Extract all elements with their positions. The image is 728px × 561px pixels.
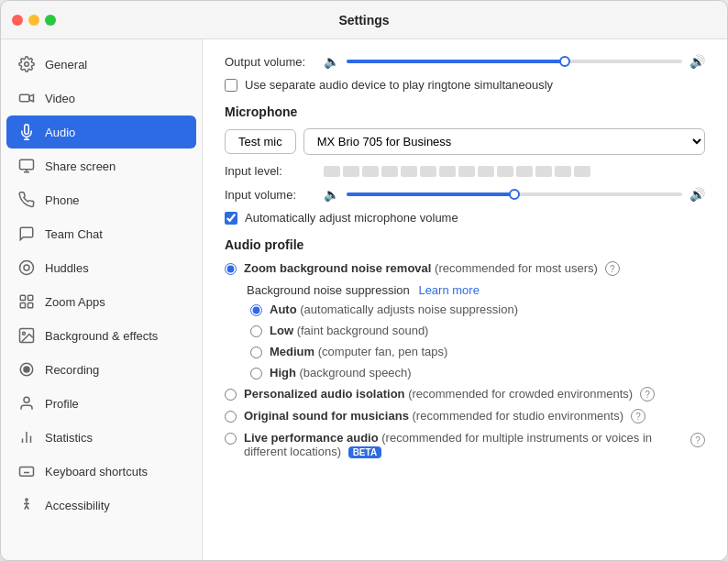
settings-window: Settings General Video: [0, 0, 728, 561]
level-bar-4: [381, 166, 398, 177]
maximize-button[interactable]: [45, 15, 56, 26]
zoom-apps-icon: [17, 292, 36, 311]
sidebar-item-accessibility[interactable]: Accessibility: [6, 489, 196, 522]
audio-settings-panel: Output volume: 🔈 🔊 Use separate audio de…: [203, 39, 727, 560]
level-bar-2: [343, 166, 359, 177]
low-desc: (faint background sound): [297, 324, 429, 337]
output-volume-thumb[interactable]: [559, 56, 570, 67]
sidebar-accessibility-label: Accessibility: [45, 499, 110, 512]
personalized-help-icon[interactable]: ?: [640, 387, 655, 402]
separate-audio-row: Use separate audio device to play ringto…: [225, 78, 705, 92]
svg-rect-13: [28, 303, 33, 308]
svg-rect-5: [20, 160, 34, 170]
separate-audio-checkbox[interactable]: [225, 79, 237, 92]
svg-rect-1: [20, 94, 30, 102]
recording-icon: [17, 360, 36, 379]
sidebar-recording-label: Recording: [45, 363, 99, 377]
noise-removal-help-icon[interactable]: ?: [605, 261, 620, 276]
suppression-radios: Auto (automatically adjusts noise suppre…: [250, 302, 705, 380]
keyboard-shortcuts-icon: [17, 462, 36, 480]
main-content: General Video Audio: [1, 39, 727, 560]
level-bar-3: [362, 166, 379, 177]
sidebar-item-profile[interactable]: Profile: [6, 387, 196, 420]
high-desc: (background speech): [300, 366, 412, 380]
sidebar-item-statistics[interactable]: Statistics: [6, 421, 196, 454]
high-bold-label: High: [270, 366, 296, 380]
suppression-high-radio[interactable]: [250, 368, 262, 380]
input-volume-thumb[interactable]: [509, 189, 520, 200]
low-bold-label: Low: [270, 324, 293, 337]
sidebar: General Video Audio: [1, 39, 203, 560]
sidebar-item-keyboard-shortcuts[interactable]: Keyboard shortcuts: [6, 455, 196, 488]
live-perf-option: Live performance audio (recommended for …: [225, 431, 705, 458]
svg-rect-22: [20, 468, 34, 477]
original-sound-help-icon[interactable]: ?: [631, 409, 645, 424]
svg-point-8: [20, 261, 34, 275]
microphone-row: Test mic MX Brio 705 for Business Defaul…: [225, 128, 705, 155]
svg-point-17: [24, 367, 29, 372]
suppression-auto-label: Auto (automatically adjusts noise suppre…: [270, 302, 518, 316]
sidebar-item-background-effects[interactable]: Background & effects: [6, 319, 196, 352]
close-button[interactable]: [12, 15, 23, 26]
minimize-button[interactable]: [28, 15, 39, 26]
input-volume-track[interactable]: [347, 192, 682, 196]
suppression-auto-option: Auto (automatically adjusts noise suppre…: [250, 302, 705, 316]
original-sound-desc: (recommended for studio environments): [413, 409, 624, 423]
video-icon: [17, 89, 36, 107]
input-volume-fill: [347, 192, 514, 196]
auto-adjust-checkbox[interactable]: [225, 212, 237, 225]
sidebar-item-general[interactable]: General: [6, 48, 196, 81]
learn-more-link[interactable]: Learn more: [418, 283, 479, 297]
suppression-auto-radio[interactable]: [250, 304, 262, 316]
input-level-row: Input level:: [225, 164, 705, 178]
svg-rect-12: [20, 303, 25, 308]
sidebar-item-video[interactable]: Video: [6, 82, 196, 115]
output-volume-track[interactable]: [347, 60, 682, 63]
auto-bold-label: Auto: [270, 302, 297, 316]
level-bar-9: [478, 166, 494, 177]
original-sound-option: Original sound for musicians (recommende…: [225, 409, 705, 424]
team-chat-icon: [17, 225, 36, 243]
audio-profile-title: Audio profile: [225, 237, 705, 252]
sidebar-item-zoom-apps[interactable]: Zoom Apps: [6, 285, 196, 318]
separate-audio-label: Use separate audio device to play ringto…: [245, 78, 553, 92]
suppression-high-label: High (background speech): [270, 366, 412, 380]
original-sound-label: Original sound for musicians (recommende…: [244, 409, 623, 423]
medium-bold-label: Medium: [270, 345, 314, 358]
noise-removal-desc: (recommended for most users): [435, 261, 598, 275]
sidebar-item-team-chat[interactable]: Team Chat: [6, 217, 196, 250]
personalized-radio[interactable]: [225, 389, 237, 401]
auto-adjust-row: Automatically adjust microphone volume: [225, 211, 705, 225]
sidebar-zoom-apps-label: Zoom Apps: [45, 295, 105, 309]
svg-point-9: [24, 265, 29, 270]
original-sound-bold-label: Original sound for musicians: [244, 409, 409, 423]
live-perf-help-icon[interactable]: ?: [690, 433, 705, 447]
huddles-icon: [17, 258, 36, 277]
original-sound-radio[interactable]: [225, 411, 237, 423]
sidebar-item-share-screen[interactable]: Share screen: [6, 149, 196, 182]
sidebar-item-phone[interactable]: Phone: [6, 183, 196, 216]
audio-icon: [17, 123, 36, 141]
volume-low-icon: 🔈: [324, 54, 339, 69]
input-volume-high-icon: 🔊: [689, 187, 705, 202]
suppression-low-option: Low (faint background sound): [250, 324, 705, 337]
background-effects-icon: [17, 326, 36, 345]
suppression-medium-radio[interactable]: [250, 346, 262, 358]
sidebar-background-label: Background & effects: [45, 329, 158, 343]
sidebar-team-chat-label: Team Chat: [45, 227, 103, 241]
test-mic-button[interactable]: Test mic: [225, 129, 296, 154]
suppression-low-label: Low (faint background sound): [270, 324, 428, 337]
level-bar-6: [420, 166, 436, 177]
noise-removal-radio[interactable]: [225, 263, 237, 275]
live-perf-radio[interactable]: [225, 433, 237, 445]
svg-rect-10: [20, 295, 25, 300]
sidebar-item-huddles[interactable]: Huddles: [6, 251, 196, 284]
suppression-medium-option: Medium (computer fan, pen taps): [250, 345, 705, 358]
beta-badge: BETA: [348, 446, 381, 458]
microphone-select[interactable]: MX Brio 705 for Business Default MacBook…: [303, 128, 705, 155]
suppression-section: Background noise suppression Learn more …: [247, 283, 705, 380]
suppression-low-radio[interactable]: [250, 325, 262, 337]
personalized-option: Personalized audio isolation (recommende…: [225, 387, 705, 402]
sidebar-item-audio[interactable]: Audio: [6, 116, 196, 148]
sidebar-item-recording[interactable]: Recording: [6, 353, 196, 386]
